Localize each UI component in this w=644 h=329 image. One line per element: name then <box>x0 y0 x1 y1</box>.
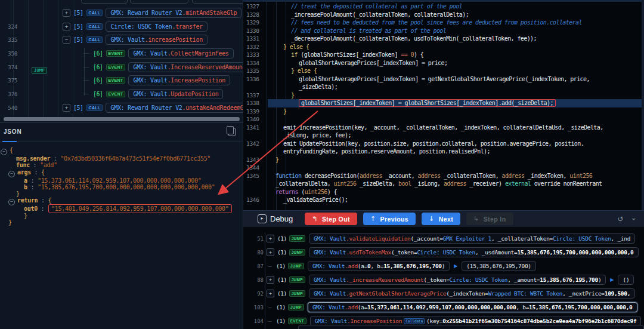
debug-step-row[interactable]: 80+(1)JUMPGMX: Vault.usdToTokenMax(_toke… <box>243 245 644 259</box>
debug-token: , _collateralToken= <box>491 235 553 242</box>
code-text: if (globalShortSizes[_indexToken] == 0) … <box>268 51 644 59</box>
call-trace-panel[interactable]: +[5]CALLGMX: Reward Router V2.mintAndSta… <box>0 0 243 122</box>
call-box[interactable]: GMX: Vault.IncreasePosition <box>128 75 230 85</box>
trace-row[interactable]: 350[6]EVENTGMX: Vault.CollectMarginFees <box>0 47 243 60</box>
debug-step-row[interactable]: 51+(1)JUMPGMX: Vault.validateLiquidation… <box>243 232 644 245</box>
copy-icon[interactable] <box>228 128 236 136</box>
partial-call-box <box>130 0 188 4</box>
step-out-button[interactable]: ↰ Step Out <box>305 213 357 225</box>
debug-token: GMX: Vault <box>314 276 346 283</box>
debug-row-number: 88 <box>249 277 264 283</box>
debug-call-box[interactable]: GMX: Vault._increaseReservedAmount(_toke… <box>309 275 606 285</box>
debug-token: 15,385,676,195,700 <box>383 263 442 269</box>
jump-badge: JUMP <box>288 263 304 269</box>
json-token: } <box>8 219 12 226</box>
token-w: ) { <box>414 51 423 58</box>
debug-step-row[interactable]: 87–(1)JUMPGMX: Vault.add(a=0, b=15,385,6… <box>243 259 644 273</box>
collapse-toggle-icon[interactable]: − <box>8 171 15 177</box>
debug-call-box[interactable]: GMX: Vault.usdToTokenMax(_token=Circle: … <box>309 247 639 257</box>
code-line-number: 1331 <box>243 35 268 43</box>
json-tab[interactable]: JSON <box>4 128 21 135</box>
debug-call-box[interactable]: GMX: Vault.validateLiquidation(_account=… <box>309 233 635 244</box>
call-box[interactable]: GMX: Vault.increasePosition <box>106 35 207 45</box>
debug-call-box[interactable]: GMX: Vault.add(a=0, b=15,385,676,195,700… <box>308 261 450 271</box>
contract-name: GMX: Reward Router V2 <box>110 10 182 16</box>
code-line-number <box>243 188 268 196</box>
transaction-debugger-app: +[5]CALLGMX: Reward Router V2.mintAndSta… <box>0 0 644 329</box>
debug-token: (_account= <box>411 235 443 242</box>
code-vertical-scrollbar[interactable] <box>642 0 644 210</box>
expand-toggle-icon[interactable]: + <box>63 9 70 17</box>
trace-row[interactable]: 375[6]EVENTGMX: Vault.IncreasePosition <box>0 73 243 87</box>
expand-toggle-icon[interactable]: + <box>267 276 274 284</box>
code-line-number: 1345 <box>243 172 268 180</box>
debug-step-row[interactable]: 92+(1)JUMPGMX: Vault.getNextGlobalShortA… <box>243 287 644 300</box>
token-y: } <box>275 156 278 163</box>
code-line: 1342emit UpdatePosition(key, position.si… <box>243 140 644 148</box>
call-count: (1) <box>276 304 286 310</box>
call-box[interactable]: GMX: Reward Router V2.mintAndStakeGlp <box>106 8 242 18</box>
call-box[interactable]: GMX: Vault.IncreaseReservedAmount <box>128 62 243 72</box>
expand-toggle-icon[interactable]: + <box>63 104 70 112</box>
json-tab-active-underline <box>2 141 17 142</box>
contract-name: GMX: Vault <box>133 77 167 84</box>
expand-toggle-icon[interactable]: + <box>267 248 274 256</box>
trace-row[interactable]: 324+[5]CALLCircle: USDC Token.transfer <box>0 20 243 33</box>
debug-step-row[interactable]: 88+(1)JUMPGMX: Vault._increaseReservedAm… <box>243 273 644 287</box>
call-box[interactable]: GMX: Vault.CollectMarginFees <box>128 48 233 59</box>
debug-call-box[interactable]: GMX: Vault.getNextGlobalShortAveragePric… <box>309 288 635 299</box>
debug-token: GMX: Vault <box>314 290 346 297</box>
json-token: out0 <box>24 205 38 212</box>
debug-call-box[interactable]: GMX: Vault.add(a=15,373,061,114,092,959,… <box>308 302 637 312</box>
json-token: } <box>24 213 27 219</box>
token-o: 0 <box>407 51 414 58</box>
tree-dash-icon: – <box>267 263 273 269</box>
step-in-button[interactable]: ↳ Step In <box>466 213 513 225</box>
chevron-down-icon[interactable]: › <box>630 217 639 220</box>
code-line-number: 1327 <box>243 2 268 11</box>
trace-row[interactable]: 540+[5]CALLGMX: Reward Router V2.unstake… <box>0 101 243 115</box>
source-code-panel[interactable]: 1327// treat the deposited collateral as… <box>243 0 644 210</box>
code-text: // fees need to be deducted from the poo… <box>268 19 644 27</box>
jump-badge: JUMP <box>32 67 47 74</box>
debug-token: .getNextGlobalShortAveragePrice <box>346 290 446 297</box>
step-out-arrow-icon: ↰ <box>312 215 318 223</box>
token-w: _isLong, <box>411 180 444 187</box>
next-button[interactable]: ↓ Next <box>422 213 460 225</box>
call-box[interactable]: Circle: USDC Token.transfer <box>106 21 207 32</box>
previous-button[interactable]: ↑ Previous <box>363 213 416 225</box>
replay-icon[interactable]: ↺ <box>617 215 623 223</box>
debug-token: .usdToTokenMax <box>346 249 391 256</box>
json-line: a : "15,373,061,114,092,959,107,000,000,… <box>24 177 243 184</box>
debug-token: , _usdAmount= <box>475 249 517 256</box>
debug-step-row[interactable]: 103–(1)JUMPGMX: Vault.add(a=15,373,061,1… <box>243 300 644 314</box>
trace-horizontal-scrollbar[interactable] <box>4 117 240 121</box>
debug-step-list[interactable]: 51+(1)JUMPGMX: Vault.validateLiquidation… <box>243 227 644 329</box>
token-w: ) { <box>327 189 337 195</box>
trace-row[interactable]: 376[6]EVENTGMX: Vault.UpdatePosition <box>0 87 243 101</box>
debug-terminal-icon: ▸ <box>258 214 267 223</box>
call-badge: CALL <box>86 10 103 16</box>
json-token: : <box>38 197 48 204</box>
call-badge: CALL <box>86 36 103 43</box>
code-line: returns (uint256) { <box>243 188 644 196</box>
code-line: 1345function decreasePosition(address _a… <box>243 172 644 180</box>
json-token: return <box>17 197 38 204</box>
expand-toggle-icon[interactable]: − <box>63 36 70 44</box>
return-value: () <box>623 276 629 283</box>
trace-row[interactable]: 335−[5]CALLGMX: Vault.increasePosition <box>0 33 243 47</box>
collapse-toggle-icon[interactable]: − <box>1 149 7 155</box>
expand-toggle-icon[interactable]: + <box>267 290 274 297</box>
expand-toggle-icon[interactable]: + <box>267 235 274 242</box>
collapse-toggle-icon[interactable]: − <box>8 199 15 205</box>
debug-token: 109,500, <box>605 290 630 297</box>
call-box[interactable]: GMX: Reward Router V2.unstakeAndRedeemGl… <box>106 103 243 113</box>
tree-connector-icon <box>83 94 89 94</box>
code-text: // and collateral is treated as part of … <box>268 27 644 35</box>
event-badge: EVENT <box>106 64 126 70</box>
call-box[interactable]: GMX: Vault.UpdatePosition <box>128 89 223 99</box>
token-y: } <box>283 108 286 115</box>
trace-row[interactable]: +[5]CALLGMX: Reward Router V2.mintAndSta… <box>0 6 243 20</box>
expand-toggle-icon[interactable]: + <box>63 23 70 30</box>
left-column: +[5]CALLGMX: Reward Router V2.mintAndSta… <box>0 0 243 329</box>
